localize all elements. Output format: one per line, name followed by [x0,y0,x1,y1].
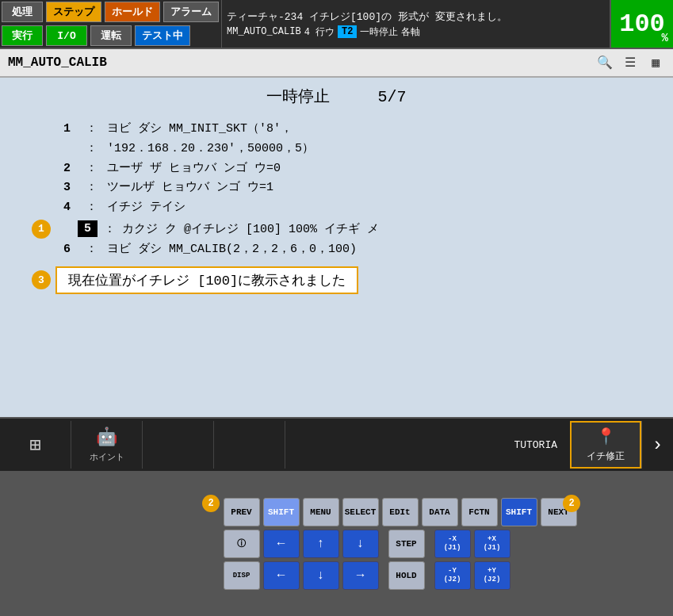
tutorial-label[interactable]: TUTORIA [501,439,570,451]
menu-button[interactable]: MENU [303,498,339,526]
axes-text: 各軸 [401,25,420,39]
badge-2-shift: 2 [202,495,220,512]
ichifix-icon: 📍 [596,427,616,446]
line5-row: 1 5 ： カクジ ク @イチレジ [100] 100% イチギ メ [32,220,657,239]
edit-button[interactable]: EDIt [382,498,419,526]
keyboard-area: 2 2 PREV SHIFT MENU SELECT EDIt DATA FCT… [0,471,673,616]
grid-icon[interactable]: ▦ [646,53,665,72]
counter-display: 100 % [610,0,673,48]
menu-icon[interactable]: ☰ [621,53,640,72]
xminus-top: -X [448,535,457,544]
kb-row-2: ⓘ ← ↑ ↓ STEP -X (J1) +X (J1) [224,530,577,558]
test-button[interactable]: テスト中 [135,25,190,46]
xplus-top: +X [488,535,496,544]
badge-1: 1 [32,220,51,239]
info-button[interactable]: ⓘ [224,530,260,558]
down2-button[interactable]: ↓ [303,561,339,590]
yplus-bot: (J2) [484,576,501,584]
yplus-top: +Y [488,567,496,576]
status-message: 現在位置がイチレジ [100]に教示されました [55,266,358,294]
io-button[interactable]: I/O [46,25,87,46]
line-num-3: 3 [63,178,86,198]
status-text: 一時停止 [360,25,398,39]
down-button[interactable]: ↓ [342,530,379,558]
hold-button[interactable]: ホールド [105,2,160,22]
code-area: 1 ： ヨビ ダシ MM_INIT_SKT（'8'， ： '192．168．20… [63,120,657,218]
kb-row-3: DISP ← ↓ → HOLD -Y (J2) +Y (J2) [224,561,577,590]
up-button[interactable]: ↑ [303,530,339,558]
line-content-1b: '192．168．20．230'，50000，5） [107,140,314,159]
hold-button-kb[interactable]: HOLD [388,561,425,590]
xplus-bot: (J1) [484,544,501,553]
step-button-kb[interactable]: STEP [388,530,425,558]
code-line-1: 1 ： ヨビ ダシ MM_INIT_SKT（'8'， [63,120,657,140]
top-bar-row1: 処理 ステップ ホールド アラーム [0,0,221,24]
top-bar-row2: 実行 I/O 運転 テスト中 [0,24,221,48]
toolbar-empty-2 [214,421,285,469]
zoom-icon[interactable]: 🔍 [595,53,614,72]
title-bar-icons: 🔍 ☰ ▦ [595,53,665,72]
grid-toolbar-icon: ⊞ [29,434,40,457]
title-bar: MM_AUTO_CALIB 🔍 ☰ ▦ [0,49,673,78]
line-num-1: 1 [63,120,86,140]
alarm-button[interactable]: アラーム [163,2,219,22]
line5-content: カクジ ク @イチレジ [100] 100% イチギ メ [122,221,379,236]
left2-button[interactable]: ← [263,561,300,590]
robot-label: ホイント [90,451,124,463]
code-line-3: 3 ： ツールザ ヒョウバ ンゴ ウ=1 [63,178,657,198]
status-row: 3 現在位置がイチレジ [100]に教示されました [32,266,657,294]
main-content: 一時停止 5/7 1 ： ヨビ ダシ MM_INIT_SKT（'8'， ： '1… [0,78,673,417]
step-button[interactable]: ステップ [46,2,101,22]
line-content-1: ヨビ ダシ MM_INIT_SKT（'8'， [107,120,293,140]
left-button[interactable]: ← [263,530,300,558]
line-num-1b [63,140,86,159]
badge-2-ichifix: 2 [563,495,580,512]
t2-badge: T2 [338,25,357,38]
select-button[interactable]: SELECT [342,498,379,526]
keyboard-panel: PREV SHIFT MENU SELECT EDIt DATA FCTN SH… [224,498,577,590]
code-line-6: 6 ： ヨビ ダシ MM_CALIB(2，2，2，6，0，100) [63,240,657,260]
ichifix-button[interactable]: 📍 イチ修正 [570,421,641,469]
data-button[interactable]: DATA [422,498,458,526]
toolbar-empty-1 [143,421,214,469]
code-line-2: 2 ： ユーザ ザ ヒョウバ ンゴ ウ=0 [63,159,657,179]
top-message-line1: ティーチャ-234 イチレジ[100]の 形式が 変更されまし。 [227,10,605,24]
counter-value: 100 [619,10,665,39]
shori-button[interactable]: 処理 [2,2,43,22]
main-header: 一時停止 5/7 [16,86,657,107]
top-bar: 処理 ステップ ホールド アラーム 実行 I/O 運転 テスト中 ティーチャ-2… [0,0,673,49]
robot-toolbar-button[interactable]: 🤖 ホイント [71,421,143,469]
xplus-button[interactable]: +X (J1) [474,530,510,558]
top-message-line2: MM_AUTO_CALIB 4 行ウ T2 一時停止 各軸 [227,25,605,39]
line6-area: 6 ： ヨビ ダシ MM_CALIB(2，2，2，6，0，100) [63,240,657,260]
prev-button[interactable]: PREV [224,498,260,526]
line-content-3: ツールザ ヒョウバ ンゴ ウ=1 [107,178,273,198]
line-num-4: 4 [63,198,86,218]
ichifix-label: イチ修正 [587,450,625,463]
top-bar-middle: ティーチャ-234 イチレジ[100]の 形式が 変更されまし。 MM_AUTO… [222,0,610,48]
robot-icon: 🤖 [96,427,117,448]
code-line-4: 4 ： イチジ テイシ [63,198,657,218]
toolbar-next-arrow[interactable]: › [641,421,673,469]
xminus-button[interactable]: -X (J1) [434,530,471,558]
line-content-2: ユーザ ザ ヒョウバ ンゴ ウ=0 [107,159,281,179]
bottom-toolbar: ⊞ 🤖 ホイント TUTORIA 📍 イチ修正 › [0,417,673,471]
fctn-button[interactable]: FCTN [461,498,498,526]
yplus-button[interactable]: +Y (J2) [474,561,510,590]
counter-unit: % [662,32,668,44]
disp-button[interactable]: DISP [224,561,260,590]
unten-button[interactable]: 運転 [90,25,132,46]
right-button[interactable]: → [342,561,379,590]
step-count: 4 行ウ [304,25,335,39]
shift2-button[interactable]: SHIFT [501,498,537,526]
line-num-6: 6 [63,240,86,260]
code-line-1b: ： '192．168．20．230'，50000，5） [63,140,657,159]
program-name: MM_AUTO_CALIB [227,26,301,37]
grid-toolbar-button[interactable]: ⊞ [0,421,71,469]
kb-row-1: PREV SHIFT MENU SELECT EDIt DATA FCTN SH… [224,498,577,526]
jikko-button[interactable]: 実行 [2,25,43,46]
shift-button[interactable]: SHIFT [263,498,300,526]
yminus-button[interactable]: -Y (J2) [434,561,471,590]
line5-colon: ： [104,221,116,236]
yminus-bot: (J2) [444,576,461,584]
